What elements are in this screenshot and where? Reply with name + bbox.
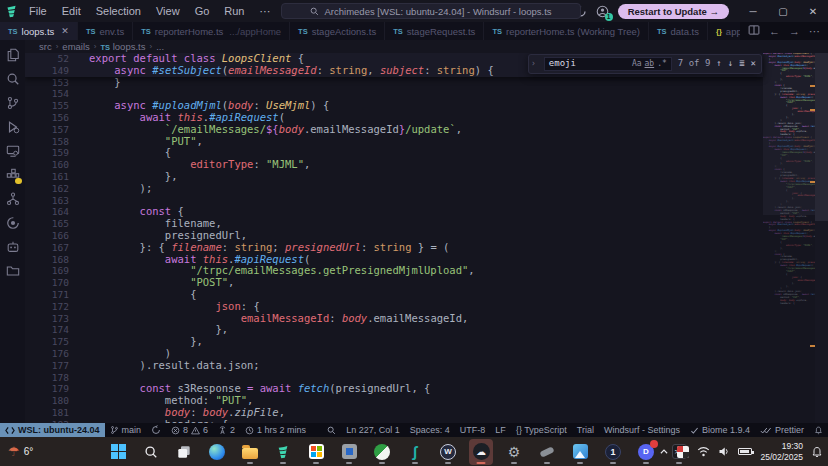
- minimize-button[interactable]: ─: [738, 0, 768, 22]
- more-actions-icon[interactable]: ⋯: [809, 25, 820, 38]
- status-git-branch[interactable]: main: [105, 423, 147, 437]
- tray-app-icon[interactable]: [677, 446, 689, 458]
- status-eol[interactable]: LF: [490, 423, 511, 437]
- tray-chevron-icon[interactable]: [659, 447, 669, 457]
- maximize-button[interactable]: ▢: [768, 0, 798, 22]
- window-title-search[interactable]: Archimedes [WSL: ubuntu-24.04] - Windsur…: [281, 3, 581, 19]
- menu-file[interactable]: File: [22, 3, 54, 20]
- menu-[interactable]: ⋯: [253, 3, 278, 20]
- match-case-icon[interactable]: Aa: [632, 58, 642, 70]
- taskbar-edge-browser-icon[interactable]: [205, 439, 229, 465]
- restart-to-update-button[interactable]: Restart to Update →: [618, 4, 729, 19]
- status-prettier[interactable]: Prettier: [755, 423, 809, 437]
- tab-data.ts[interactable]: TSdata.ts: [649, 22, 708, 40]
- taskbar-onepassword-icon[interactable]: 1: [601, 439, 625, 465]
- menu-run[interactable]: Run: [217, 3, 251, 20]
- taskbar-discord-icon[interactable]: D: [634, 439, 658, 465]
- menu-view[interactable]: View: [149, 3, 187, 20]
- taskbar-start-button-icon[interactable]: [106, 439, 130, 465]
- tab-stageActions.ts[interactable]: TSstageActions.ts: [290, 22, 385, 40]
- split-editor-icon[interactable]: [748, 24, 760, 38]
- find-previous-icon[interactable]: ↑: [716, 58, 721, 70]
- close-button[interactable]: ✕: [798, 0, 828, 22]
- breadcrumb-...[interactable]: ...: [156, 41, 164, 52]
- activity-source-control-icon[interactable]: [0, 91, 25, 115]
- wifi-icon[interactable]: [697, 446, 710, 457]
- status-indentation[interactable]: Spaces: 4: [405, 423, 455, 437]
- taskbar-photos-icon[interactable]: [568, 439, 592, 465]
- taskbar-file-explorer-icon[interactable]: [238, 439, 262, 465]
- battery-icon[interactable]: [738, 448, 752, 455]
- taskbar-ribbon-app-icon[interactable]: ∫: [403, 439, 427, 465]
- tab-reporterHome.ts--Working-Tree-[interactable]: TSreporterHome.ts (Working Tree): [484, 22, 649, 40]
- code-line-162[interactable]: 162 );: [25, 183, 763, 195]
- navigate-back-icon[interactable]: ←: [769, 25, 780, 37]
- status-windsurf-settings[interactable]: Windsurf - Settings: [599, 423, 685, 437]
- status-remote-indicator[interactable]: WSL: ubuntu-24.04: [0, 423, 105, 437]
- activity-robot-icon[interactable]: [0, 235, 25, 259]
- menu-go[interactable]: Go: [188, 3, 217, 20]
- tab-env.ts[interactable]: TSenv.ts: [78, 22, 133, 40]
- status-language-mode[interactable]: {} TypeScript: [511, 423, 572, 437]
- find-next-icon[interactable]: ↓: [728, 58, 733, 70]
- status-notifications[interactable]: [809, 423, 828, 437]
- tab-app-manifest.json[interactable]: {}app-manifest.json: [708, 22, 740, 40]
- taskbar-cloud-app-icon[interactable]: ☁: [469, 439, 493, 465]
- tab-loops.ts[interactable]: TSloops.ts✕: [0, 22, 78, 40]
- regex-icon[interactable]: .*: [657, 58, 667, 70]
- status-problems[interactable]: 86: [166, 423, 213, 437]
- status-time-tracker[interactable]: 1 hrs 2 mins: [240, 423, 311, 437]
- breadcrumb-src[interactable]: src: [39, 41, 52, 52]
- taskbar-task-view-icon[interactable]: [172, 439, 196, 465]
- profile-icon[interactable]: 1: [596, 5, 609, 18]
- taskbar-microsoft-store-icon[interactable]: [304, 439, 328, 465]
- find-toggle-replace-icon[interactable]: ›: [529, 55, 538, 73]
- vertical-scrollbar[interactable]: [815, 53, 828, 423]
- activity-hierarchy-icon[interactable]: [0, 187, 25, 211]
- breadcrumb-emails[interactable]: emails: [62, 41, 89, 52]
- menu-selection[interactable]: Selection: [89, 3, 148, 20]
- code-editor[interactable]: 52export default class LoopsClient {149 …: [25, 53, 828, 423]
- code-line-153[interactable]: 153 }: [25, 77, 763, 89]
- status-sync-status[interactable]: [146, 423, 166, 437]
- code-line-177[interactable]: 177 ).result.data.json;: [25, 360, 763, 372]
- minimap[interactable]: export default class LoopsClient { async…: [763, 53, 815, 423]
- breadcrumb-loops.ts[interactable]: TS loops.ts: [100, 41, 145, 52]
- tab-reporterHome.ts[interactable]: TSreporterHome.ts.../appHome: [133, 22, 290, 40]
- activity-files-icon[interactable]: [0, 43, 25, 67]
- taskbar-vc-app-icon[interactable]: [370, 439, 394, 465]
- activity-browser-icon[interactable]: [0, 211, 25, 235]
- activity-search-icon[interactable]: [0, 67, 25, 91]
- activity-extensions-icon[interactable]: [0, 163, 25, 187]
- whole-word-icon[interactable]: ab: [645, 58, 655, 70]
- taskbar-remote-desktop-icon[interactable]: [337, 439, 361, 465]
- status-cursor-position[interactable]: Ln 227, Col 1: [341, 423, 405, 437]
- find-close-icon[interactable]: ✕: [751, 58, 756, 70]
- activity-run-debug-icon[interactable]: [0, 115, 25, 139]
- tab-stageRequest.ts[interactable]: TSstageRequest.ts: [385, 22, 484, 40]
- taskbar-taskbar-search-icon[interactable]: [139, 439, 163, 465]
- taskbar-capsule-app-icon[interactable]: [535, 439, 559, 465]
- taskbar-windsurf-icon[interactable]: [271, 439, 295, 465]
- status-ports-forwarded[interactable]: 2: [213, 423, 240, 437]
- menu-edit[interactable]: Edit: [55, 3, 88, 20]
- breadcrumb[interactable]: src›emails›TS loops.ts›...: [25, 40, 828, 53]
- close-tab-icon[interactable]: ✕: [61, 26, 69, 36]
- status-trial-status[interactable]: Trial: [572, 423, 599, 437]
- scrollbar-thumb[interactable]: [815, 53, 828, 221]
- find-in-selection-icon[interactable]: ≣: [739, 58, 744, 70]
- navigate-forward-icon[interactable]: →: [789, 25, 800, 37]
- taskbar-settings-icon[interactable]: ⚙: [502, 439, 526, 465]
- status-biome[interactable]: Biome 1.9.4: [685, 423, 755, 437]
- clock[interactable]: 19:30 25/02/2025: [760, 441, 803, 462]
- status-encoding[interactable]: UTF-8: [455, 423, 491, 437]
- notification-bell-icon[interactable]: [811, 446, 823, 458]
- activity-remote-explorer-icon[interactable]: [0, 139, 25, 163]
- activity-folder-icon[interactable]: [0, 259, 25, 283]
- volume-icon[interactable]: [718, 446, 730, 457]
- status-search-status[interactable]: [322, 423, 341, 437]
- weather-widget[interactable]: ☂ 6°: [8, 444, 33, 459]
- code-line-182[interactable]: 182 headers: {: [25, 419, 763, 423]
- taskbar-w-app-icon[interactable]: W: [436, 439, 460, 465]
- find-input[interactable]: emoji Aa ab .*: [544, 57, 672, 71]
